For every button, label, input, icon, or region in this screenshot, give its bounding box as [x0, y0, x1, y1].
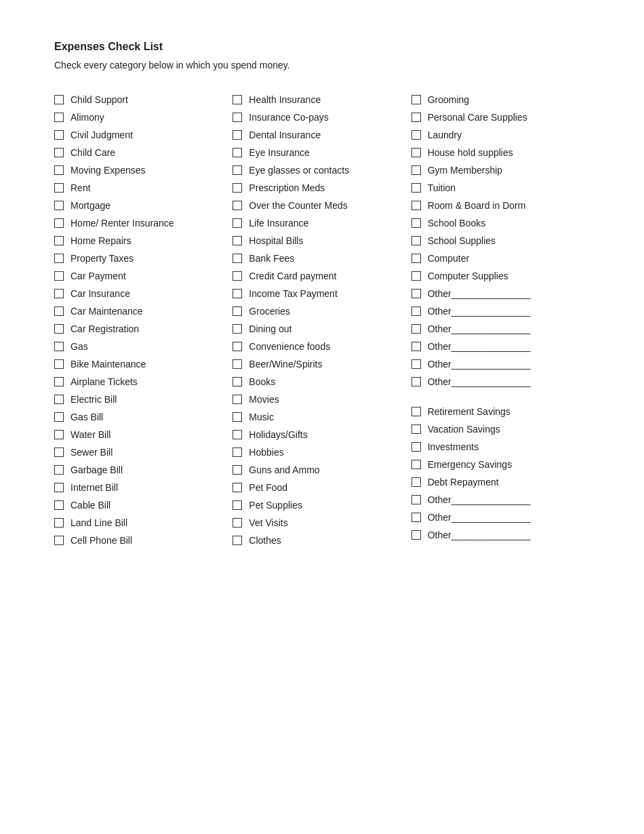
checkbox[interactable] — [411, 342, 421, 351]
checkbox[interactable] — [233, 271, 242, 281]
checkbox[interactable] — [411, 377, 421, 386]
column-3: GroomingPersonal Care SuppliesLaundryHou… — [411, 91, 590, 544]
checkbox[interactable] — [233, 342, 242, 351]
list-item: Child Care — [54, 144, 233, 161]
item-label: Movies — [249, 394, 279, 405]
item-label: Eye glasses or contacts — [249, 165, 349, 176]
checkbox[interactable] — [233, 359, 242, 369]
checkbox[interactable] — [233, 430, 242, 439]
checkbox[interactable] — [54, 359, 64, 369]
checkbox[interactable] — [233, 324, 242, 334]
checkbox[interactable] — [411, 113, 421, 122]
checkbox[interactable] — [411, 513, 421, 522]
checkbox[interactable] — [54, 254, 64, 263]
checkbox[interactable] — [54, 500, 64, 510]
page-subtitle: Check every category below in which you … — [54, 60, 590, 71]
checkbox[interactable] — [233, 148, 242, 157]
list-item: Garbage Bill — [54, 461, 233, 479]
list-item: Airplane Tickets — [54, 373, 233, 391]
checkbox[interactable] — [233, 165, 242, 175]
checkbox[interactable] — [54, 395, 64, 404]
checkbox[interactable] — [54, 324, 64, 334]
checkbox[interactable] — [233, 377, 242, 386]
list-item: Bank Fees — [233, 250, 411, 267]
checkbox[interactable] — [411, 289, 421, 298]
list-item: Vet Visits — [233, 514, 411, 532]
item-label: Emergency Savings — [428, 459, 512, 470]
checkbox[interactable] — [233, 518, 242, 528]
checkbox[interactable] — [411, 407, 421, 416]
checkbox[interactable] — [411, 165, 421, 175]
checkbox[interactable] — [54, 430, 64, 439]
checkbox[interactable] — [54, 113, 64, 122]
checkbox[interactable] — [54, 448, 64, 457]
item-label: Income Tax Payment — [249, 288, 337, 299]
checkbox[interactable] — [411, 460, 421, 469]
checkbox[interactable] — [411, 95, 421, 104]
checkbox[interactable] — [54, 201, 64, 210]
list-item: Guns and Ammo — [233, 461, 411, 479]
checkbox[interactable] — [54, 236, 64, 245]
checkbox[interactable] — [54, 342, 64, 351]
checkbox[interactable] — [233, 218, 242, 228]
list-item: Sewer Bill — [54, 443, 233, 461]
checkbox[interactable] — [233, 95, 242, 104]
checkbox[interactable] — [411, 530, 421, 540]
checkbox[interactable] — [411, 201, 421, 210]
checkbox[interactable] — [411, 306, 421, 316]
checkbox[interactable] — [233, 448, 242, 457]
checkbox[interactable] — [233, 483, 242, 492]
checkbox[interactable] — [411, 130, 421, 140]
checkbox[interactable] — [233, 500, 242, 510]
checkbox[interactable] — [233, 306, 242, 316]
checkbox[interactable] — [411, 183, 421, 193]
checkbox[interactable] — [233, 201, 242, 210]
checkbox[interactable] — [411, 324, 421, 334]
checkbox[interactable] — [411, 148, 421, 157]
item-label: Clothes — [249, 535, 281, 546]
item-label: Insurance Co-pays — [249, 112, 329, 123]
checkbox[interactable] — [233, 465, 242, 475]
checkbox[interactable] — [411, 271, 421, 281]
list-item: Property Taxes — [54, 250, 233, 267]
checkbox[interactable] — [54, 271, 64, 281]
checkbox[interactable] — [411, 477, 421, 487]
checkbox[interactable] — [54, 483, 64, 492]
checkbox[interactable] — [411, 218, 421, 228]
checkbox[interactable] — [54, 465, 64, 475]
checkbox[interactable] — [233, 412, 242, 422]
checkbox[interactable] — [54, 165, 64, 175]
checkbox[interactable] — [54, 412, 64, 422]
checkbox[interactable] — [54, 289, 64, 298]
list-item: Car Maintenance — [54, 302, 233, 320]
checkbox[interactable] — [233, 130, 242, 140]
item-label: Rent — [71, 182, 91, 193]
checkbox[interactable] — [411, 442, 421, 452]
item-label: Garbage Bill — [71, 464, 123, 475]
checkbox[interactable] — [411, 359, 421, 369]
checkbox[interactable] — [54, 306, 64, 316]
checkbox[interactable] — [54, 536, 64, 545]
list-item: Personal Care Supplies — [411, 108, 590, 126]
column-1: Child SupportAlimonyCivil JudgmentChild … — [54, 91, 233, 549]
checkbox[interactable] — [233, 254, 242, 263]
checkbox[interactable] — [54, 148, 64, 157]
checkbox[interactable] — [233, 183, 242, 193]
checkbox[interactable] — [54, 130, 64, 140]
checkbox[interactable] — [233, 395, 242, 404]
checkbox[interactable] — [233, 236, 242, 245]
checkbox[interactable] — [411, 254, 421, 263]
checkbox[interactable] — [54, 183, 64, 193]
checkbox[interactable] — [54, 377, 64, 386]
checkbox[interactable] — [411, 495, 421, 504]
checkbox[interactable] — [411, 236, 421, 245]
checkbox[interactable] — [54, 218, 64, 228]
checkbox[interactable] — [411, 424, 421, 434]
list-item: Cable Bill — [54, 496, 233, 514]
checkbox[interactable] — [54, 95, 64, 104]
checkbox[interactable] — [54, 518, 64, 528]
checkbox[interactable] — [233, 536, 242, 545]
checkbox[interactable] — [233, 113, 242, 122]
list-item: Other_______________ — [411, 355, 590, 373]
checkbox[interactable] — [233, 289, 242, 298]
